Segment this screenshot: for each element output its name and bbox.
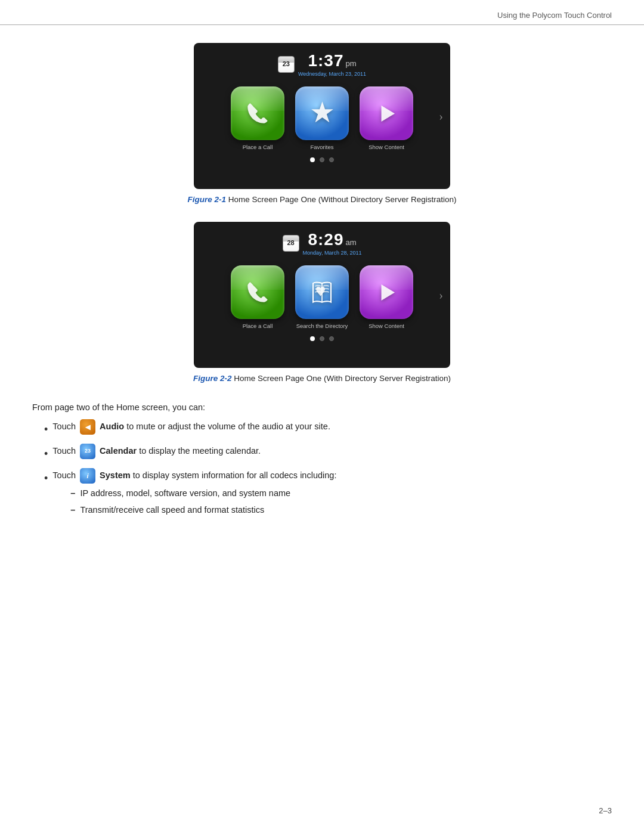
play-icon-2 — [373, 279, 400, 306]
phone-icon-1 — [243, 98, 273, 128]
dots-row-2 — [310, 336, 334, 341]
figure-1-screen: 23 1:37 pm Wednesday, March 23, 2011 — [194, 43, 450, 189]
call-button-2[interactable] — [231, 265, 284, 319]
app-icon-call-2: Place a Call — [231, 265, 284, 329]
favorites-button-1[interactable] — [295, 86, 349, 140]
sub-bullet-list: – IP address, model, software version, a… — [70, 487, 336, 517]
dot-inactive-2a — [320, 336, 324, 341]
bullet-system-text: Touch i System to display system informa… — [52, 468, 336, 521]
clock-widget-1: 23 1:37 pm Wednesday, March 23, 2011 — [278, 51, 366, 77]
bullet-audio: • Touch ◀ Audio to mute or adjust the vo… — [44, 419, 612, 438]
app-icon-content-1: Show Content — [360, 86, 413, 150]
bullet-dot-1: • — [44, 422, 48, 438]
figure-2-screen: 28 8:29 am Monday, March 28, 2011 — [194, 222, 450, 368]
clock-area-1: 1:37 pm Wednesday, March 23, 2011 — [298, 51, 366, 77]
bullet-dot-2: • — [44, 446, 48, 462]
sub-bullet-2: – Transmit/receive call speed and format… — [70, 504, 336, 517]
page-header: Using the Polycom Touch Control — [0, 0, 644, 25]
dot-active-2 — [310, 336, 315, 341]
system-inline-icon: i — [80, 468, 95, 484]
intro-text: From page two of the Home screen, you ca… — [32, 401, 612, 414]
dot-inactive-1a — [320, 157, 324, 162]
svg-marker-0 — [311, 101, 333, 122]
main-content: 23 1:37 pm Wednesday, March 23, 2011 — [0, 43, 644, 521]
content-button-1[interactable] — [360, 86, 413, 140]
header-title: Using the Polycom Touch Control — [497, 11, 612, 20]
bullet-list: • Touch ◀ Audio to mute or adjust the vo… — [44, 419, 612, 521]
page-footer: 2–3 — [599, 806, 612, 815]
time-display-2: 8:29 am — [308, 230, 356, 249]
call-button-1[interactable] — [231, 86, 284, 140]
dot-inactive-2b — [329, 336, 334, 341]
figure-2-container: 28 8:29 am Monday, March 28, 2011 — [32, 222, 612, 383]
time-display-1: 1:37 pm — [308, 51, 356, 70]
bullet-system: • Touch i System to display system infor… — [44, 468, 612, 521]
svg-marker-3 — [381, 284, 395, 301]
app-icon-content-2: Show Content — [360, 265, 413, 329]
calendar-icon-1: 23 — [278, 56, 295, 73]
app-icon-call-1: Place a Call — [231, 86, 284, 150]
bullet-calendar-text: Touch 23 Calendar to display the meeting… — [52, 444, 261, 459]
figure-1-container: 23 1:37 pm Wednesday, March 23, 2011 — [32, 43, 612, 204]
app-icon-favorites-1: Favorites — [295, 86, 349, 150]
clock-widget-2: 28 8:29 am Monday, March 28, 2011 — [283, 230, 362, 256]
content-button-2[interactable] — [360, 265, 413, 319]
figure-2-caption: Figure 2-2 Home Screen Page One (With Di… — [193, 374, 451, 383]
bullet-audio-text: Touch ◀ Audio to mute or adjust the volu… — [52, 419, 330, 435]
play-icon-1 — [373, 100, 400, 127]
arrow-right-2: › — [439, 288, 443, 302]
clock-area-2: 8:29 am Monday, March 28, 2011 — [303, 230, 362, 256]
status-bar-2: 28 8:29 am Monday, March 28, 2011 — [194, 222, 450, 259]
audio-inline-icon: ◀ — [80, 419, 95, 435]
directory-button-2[interactable] — [295, 265, 349, 319]
figure-1-caption: Figure 2-1 Home Screen Page One (Without… — [188, 195, 457, 204]
bullet-calendar: • Touch 23 Calendar to display the meeti… — [44, 444, 612, 462]
dots-row-1 — [310, 157, 334, 162]
icons-row-1: Place a Call Favorites — [194, 86, 450, 150]
calendar-icon-2: 28 — [283, 235, 299, 252]
book-icon-2 — [307, 277, 337, 307]
bullet-dot-3: • — [44, 470, 48, 487]
star-icon-1 — [306, 97, 339, 130]
svg-marker-1 — [381, 106, 395, 122]
dot-active-1 — [310, 157, 315, 162]
body-text: From page two of the Home screen, you ca… — [32, 401, 612, 521]
icons-row-2: Place a Call — [194, 265, 450, 329]
dot-inactive-1b — [329, 157, 334, 162]
page-number: 2–3 — [599, 806, 612, 815]
app-icon-directory-2: Search the Directory — [295, 265, 349, 329]
arrow-right-1: › — [439, 109, 443, 123]
status-bar-1: 23 1:37 pm Wednesday, March 23, 2011 — [194, 43, 450, 80]
phone-icon-2 — [243, 277, 273, 307]
sub-bullet-1: – IP address, model, software version, a… — [70, 487, 336, 500]
calendar-inline-icon: 23 — [80, 444, 95, 459]
